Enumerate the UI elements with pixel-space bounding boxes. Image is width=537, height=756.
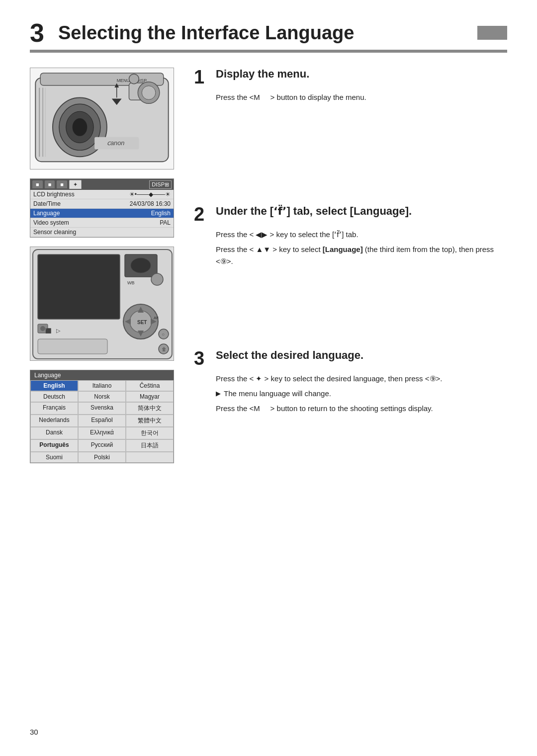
step-2-number: 2: [194, 205, 209, 224]
step-2-title: Under the [ʻf̈ʼ] tab, select [Language].: [216, 205, 412, 218]
lang-cell-nederlands: Nederlands: [30, 415, 78, 427]
menu-tabs-row: ■ ■ ■ ✦ DISP⊞: [30, 179, 174, 190]
step-2-body: Press the < ◀▶ > key to select the [ʻf̈ʼ…: [194, 229, 507, 270]
camera-back-diagram: WB SET AF: [30, 247, 174, 361]
step-1-text: Press the <M > button to display the men…: [216, 91, 507, 103]
chapter-title: Selecting the Interface Language: [58, 22, 472, 44]
lang-cell-simplified-chinese: 简体中文: [126, 402, 174, 415]
svg-rect-35: [38, 339, 107, 354]
lang-cell-english: English: [30, 380, 78, 391]
lang-cell-magyar: Magyar: [126, 391, 174, 402]
page-number: 30: [30, 728, 38, 736]
svg-text:○: ○: [162, 332, 165, 337]
svg-text:⬛: ⬛: [45, 328, 52, 334]
menu-item-video: Video system PAL: [30, 218, 174, 228]
svg-point-10: [142, 86, 156, 100]
svg-rect-20: [38, 254, 120, 319]
svg-text:AF: AF: [154, 316, 159, 320]
lang-cell-suomi: Suomi: [30, 452, 78, 463]
lang-grid: English Italiano Čeština Deutsch Norsk M…: [30, 380, 174, 463]
svg-text:▷: ▷: [56, 328, 61, 334]
step-2-text-2: Press the < ▲▼ > key to select [Language…: [216, 244, 507, 267]
step-3-bullet-1: The menu language will change.: [216, 388, 507, 400]
svg-point-5: [73, 118, 88, 136]
lang-cell-deutsch: Deutsch: [30, 391, 78, 402]
lang-cell-traditional-chinese: 繁體中文: [126, 415, 174, 427]
step-3-text-2: Press the <M > button to return to the s…: [216, 403, 507, 415]
lang-cell-japanese: 日本語: [126, 439, 174, 452]
step-1-title: Display the menu.: [216, 68, 309, 81]
svg-text:WB: WB: [127, 280, 135, 285]
lang-header: Language: [30, 370, 174, 380]
svg-text:MENU: MENU: [117, 78, 130, 83]
lang-cell-norsk: Norsk: [78, 391, 126, 402]
step-3-number: 3: [194, 349, 209, 368]
lang-cell-portugues: Português: [30, 439, 78, 452]
lang-cell-dansk: Dansk: [30, 427, 78, 439]
step-3-body: Press the < ✦ > key to select the desire…: [194, 373, 507, 418]
svg-point-34: [40, 326, 45, 331]
step-2-section: 2 Under the [ʻf̈ʼ] tab, select [Language…: [194, 205, 507, 270]
lang-cell-svenska: Svenska: [78, 402, 126, 415]
lang-cell-greek: Ελληνικά: [78, 427, 126, 439]
step-1-body: Press the <M > button to display the men…: [194, 91, 507, 106]
svg-text:ᴄanon: ᴄanon: [107, 139, 125, 147]
step-3-title: Select the desired language.: [216, 349, 363, 362]
step-3-header: 3 Select the desired language.: [194, 349, 507, 368]
menu-item-language: Language English: [30, 209, 174, 218]
lang-cell-korean: 한국어: [126, 427, 174, 439]
step-1-number: 1: [194, 68, 209, 86]
step-3-section: 3 Select the desired language. Press the…: [194, 349, 507, 418]
svg-text:🗑: 🗑: [162, 346, 167, 352]
step-1-section: 1 Display the menu. Press the <M > butto…: [194, 68, 507, 106]
right-column: 1 Display the menu. Press the <M > butto…: [194, 68, 507, 463]
svg-text:SET: SET: [137, 320, 147, 325]
disp-badge: DISP⊞: [149, 180, 172, 189]
camera-top-diagram: MENU DISP. ᴄanon: [30, 68, 174, 169]
lang-cell-cestina: Čeština: [126, 380, 174, 391]
lang-cell-espanol: Español: [78, 415, 126, 427]
step-2-bold-language: [Language]: [323, 245, 363, 253]
step-1-header: 1 Display the menu.: [194, 68, 507, 86]
step-3-text-1: Press the < ✦ > key to select the desire…: [216, 373, 507, 385]
page-header: 3 Selecting the Interface Language: [30, 20, 507, 53]
left-column: MENU DISP. ᴄanon: [30, 68, 179, 463]
lang-cell-polski: Polski: [78, 452, 126, 463]
svg-point-11: [129, 74, 139, 84]
step-2-header: 2 Under the [ʻf̈ʼ] tab, select [Language…: [194, 205, 507, 224]
menu-items: LCD brightness ☀•——◆——☀ Date/Time 24/03/…: [30, 190, 174, 237]
svg-point-24: [151, 273, 163, 285]
lang-cell-italiano: Italiano: [78, 380, 126, 391]
chapter-number: 3: [30, 20, 44, 46]
lang-cell-francais: Français: [30, 402, 78, 415]
menu-item-lcd: LCD brightness ☀•——◆——☀: [30, 190, 174, 199]
menu-item-sensor: Sensor cleaning: [30, 228, 174, 237]
lang-cell-russian: Русский: [78, 439, 126, 452]
svg-point-22: [131, 258, 151, 273]
menu-item-datetime: Date/Time 24/03/'08 16:30: [30, 199, 174, 209]
menu-screen: ■ ■ ■ ✦ DISP⊞ LCD brightness ☀•——◆——☀ Da…: [30, 178, 174, 238]
language-screen: Language English Italiano Čeština Deutsc…: [30, 370, 174, 463]
lang-cell-empty: [126, 452, 174, 463]
main-layout: MENU DISP. ᴄanon: [30, 68, 507, 463]
header-accent: [477, 26, 507, 40]
step-2-text-1: Press the < ◀▶ > key to select the [ʻf̈ʼ…: [216, 229, 507, 241]
